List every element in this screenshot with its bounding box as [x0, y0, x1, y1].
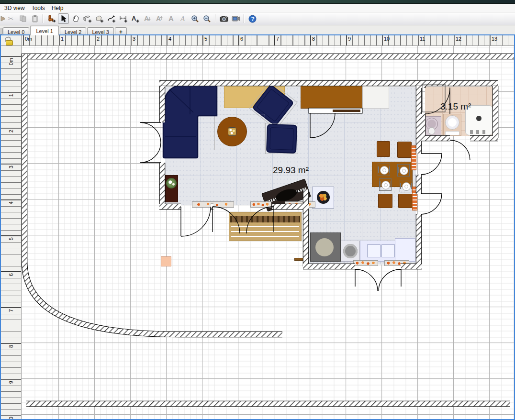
ruler-label: 10 [8, 417, 14, 419]
shelf[interactable] [294, 258, 308, 261]
window-flower-box[interactable] [285, 201, 315, 208]
toolbar-separator [215, 14, 216, 23]
window-flower-box[interactable] [250, 201, 271, 208]
place-setting [397, 164, 410, 177]
select-tool-button[interactable] [58, 13, 69, 24]
toolbar: ✂ A A A A A [0, 12, 515, 25]
ruler-corner [1, 35, 22, 46]
washer-drum [343, 244, 358, 258]
cut-button: ✂ [5, 13, 16, 24]
plan-canvas[interactable]: 29.93 m² 3.15 m² [22, 46, 514, 419]
create-walls-button[interactable] [82, 13, 93, 24]
furniture-chair-icon [47, 15, 56, 23]
armchair[interactable] [266, 124, 297, 154]
plant-icon [166, 178, 177, 188]
wall-icon [83, 15, 92, 23]
window-flower-box[interactable] [353, 260, 378, 266]
wardrobe[interactable] [362, 81, 389, 109]
window-flower-box[interactable] [384, 260, 409, 266]
scissors-icon: ✂ [8, 15, 14, 22]
toolbar-separator [244, 14, 245, 23]
paste-button [29, 13, 40, 24]
radiator[interactable] [411, 145, 416, 170]
help-icon: ? [248, 15, 257, 23]
increase-text-size-button: A [154, 13, 165, 24]
menu-help[interactable]: Help [48, 4, 67, 12]
add-furniture-button[interactable] [46, 13, 57, 24]
garden-stool[interactable] [161, 256, 171, 266]
dining-chair[interactable] [398, 194, 413, 208]
svg-text:A: A [180, 15, 185, 22]
dining-chair[interactable] [397, 142, 412, 158]
dimension-icon [119, 15, 128, 23]
ruler-label: 4 [8, 201, 14, 204]
room-icon [95, 15, 104, 23]
bold-icon: A [168, 15, 175, 23]
ruler-label: 1 [61, 36, 64, 42]
help-button[interactable]: ? [247, 13, 258, 24]
menu-3d-view[interactable]: 3D view [1, 4, 28, 12]
create-polylines-button[interactable] [106, 13, 117, 24]
decrease-text-size-button: A [142, 13, 153, 24]
cropped-window-strip [0, 0, 515, 4]
table-centerpiece-flowers[interactable] [228, 127, 236, 136]
svg-text:A: A [132, 15, 136, 22]
ruler-label: 5 [8, 237, 14, 240]
window-flower-box[interactable] [192, 201, 234, 208]
ruler-label: 1 [8, 94, 14, 97]
svg-text:A: A [168, 15, 174, 22]
ruler-label: 4 [168, 36, 171, 42]
kitchen-sink [367, 244, 381, 257]
dining-chair[interactable] [378, 194, 392, 208]
ruler-label: 0m [8, 58, 14, 65]
toilet-tank [445, 131, 459, 135]
create-video-button[interactable] [230, 13, 241, 24]
ruler-label: 9 [8, 381, 14, 384]
shower-drain [476, 116, 481, 121]
svg-text:A: A [156, 15, 161, 22]
zoom-in-icon [191, 15, 199, 23]
stove-burner [315, 238, 334, 256]
horizontal-ruler: 0m12345678910111213 [22, 35, 514, 46]
place-setting [378, 164, 390, 176]
create-rooms-button[interactable] [94, 13, 105, 24]
shower-faucet [470, 130, 488, 134]
add-texts-button[interactable]: A [130, 13, 141, 24]
plan-component: 0m12345678910111213 0m12345678910 [0, 34, 515, 420]
desk[interactable] [301, 83, 362, 109]
copy-button [17, 13, 28, 24]
pan-tool-button[interactable] [70, 13, 81, 24]
dining-chair[interactable] [377, 141, 390, 157]
tab-level-1[interactable]: Level 1 [30, 26, 58, 35]
menu-tools[interactable]: Tools [28, 4, 48, 12]
increase-text-icon: A [155, 15, 164, 23]
create-photo-button[interactable] [218, 13, 229, 24]
create-dimensions-button[interactable] [118, 13, 129, 24]
decrease-text-icon: A [143, 15, 152, 23]
level-tab-bar: Level 0 Level 1 Level 2 Level 3 + [0, 25, 515, 35]
video-camera-icon [232, 15, 240, 22]
italic-icon: A [179, 15, 187, 23]
sink-pedestal [428, 127, 435, 134]
radiator[interactable] [412, 187, 417, 210]
ruler-label: 10 [384, 36, 390, 42]
ruler-label: 11 [420, 36, 425, 42]
garden-deck[interactable] [229, 212, 302, 241]
ruler-label: 6 [240, 36, 243, 42]
unlocked-padlock-icon[interactable] [4, 37, 15, 45]
living-room-area-label[interactable]: 29.93 m² [273, 165, 309, 176]
italic-button: A [178, 13, 189, 24]
svg-text:?: ? [251, 16, 254, 22]
bathroom-area-label[interactable]: 3.15 m² [440, 101, 471, 112]
ruler-label: 8 [312, 36, 315, 42]
zoom-out-icon [203, 15, 211, 23]
ruler-label: 7 [8, 309, 14, 312]
ruler-label: 8 [8, 345, 14, 348]
ruler-label: 2 [8, 130, 14, 133]
select-arrow-icon [60, 15, 67, 22]
kitchen-cabinet[interactable] [395, 238, 415, 262]
zoom-out-button[interactable] [202, 13, 213, 24]
copy-icon [19, 15, 27, 22]
ruler-label: 13 [492, 36, 497, 42]
zoom-in-button[interactable] [190, 13, 201, 24]
